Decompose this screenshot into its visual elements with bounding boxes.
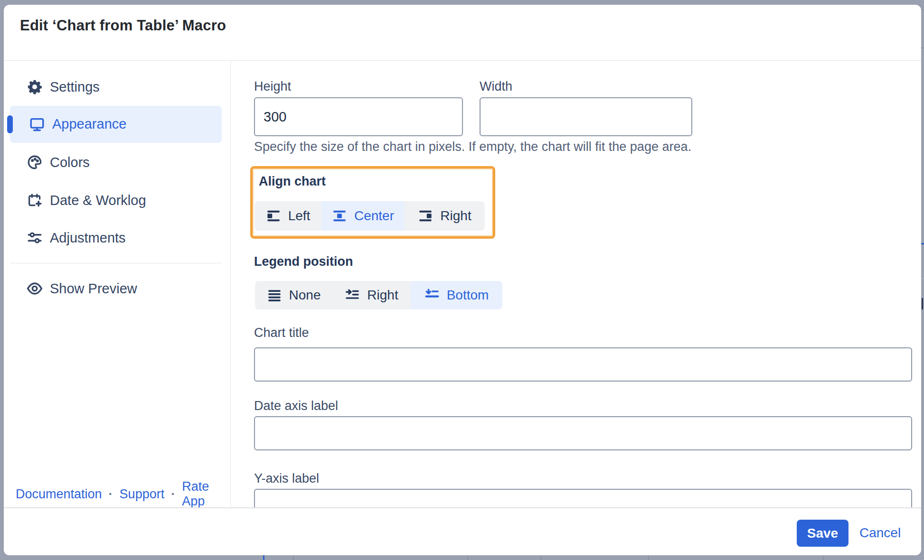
dialog-title: Edit ‘Chart from Table’ Macro <box>20 17 226 34</box>
legend-bottom-label: Bottom <box>447 288 489 303</box>
selected-indicator <box>7 115 13 133</box>
legend-bottom-button[interactable]: Bottom <box>411 281 502 309</box>
sidebar-item-label: Settings <box>50 79 100 95</box>
support-link[interactable]: Support <box>120 487 165 502</box>
legend-position-control: None Right Bottom <box>255 281 502 309</box>
height-label: Height <box>254 79 291 94</box>
align-left-button[interactable]: Left <box>255 201 321 231</box>
cancel-button[interactable]: Cancel <box>859 525 901 541</box>
dialog-footer: Save Cancel <box>4 507 921 555</box>
align-center-button[interactable]: Center <box>321 201 405 231</box>
legend-right-button[interactable]: Right <box>332 281 411 309</box>
documentation-link[interactable]: Documentation <box>16 487 102 502</box>
legend-position-label: Legend position <box>254 254 353 269</box>
backdrop-table-line <box>648 555 649 560</box>
sidebar-item-label: Adjustments <box>50 230 126 246</box>
sidebar-item-label: Appearance <box>52 116 126 132</box>
y-axis-label: Y-axis label <box>254 471 319 486</box>
legend-none-label: None <box>289 288 321 303</box>
backdrop-table-line <box>467 555 468 560</box>
date-axis-input[interactable] <box>254 416 912 450</box>
show-preview-label: Show Preview <box>50 281 137 297</box>
monitor-icon <box>28 116 46 133</box>
sidebar-item-date-worklog[interactable]: Date & Worklog <box>4 187 230 214</box>
align-center-icon <box>332 208 347 224</box>
backdrop-row-line <box>921 278 924 279</box>
align-right-icon <box>418 208 433 224</box>
backdrop-table-line <box>540 555 541 560</box>
sidebar-separator <box>10 263 222 263</box>
chart-title-label: Chart title <box>254 326 309 340</box>
palette-icon <box>26 154 43 171</box>
gear-icon <box>26 78 43 95</box>
save-button[interactable]: Save <box>797 520 849 547</box>
sidebar-item-appearance[interactable]: Appearance <box>10 106 222 143</box>
align-right-button[interactable]: Right <box>405 201 485 231</box>
backdrop-row-line <box>921 243 924 244</box>
legend-right-icon <box>345 288 360 303</box>
align-left-label: Left <box>288 208 311 224</box>
width-input[interactable] <box>480 97 692 136</box>
sidebar-item-adjustments[interactable]: Adjustments <box>4 224 230 251</box>
backdrop-table-line <box>263 555 264 560</box>
legend-none-button[interactable]: None <box>255 281 332 309</box>
rate-app-link[interactable]: Rate App <box>182 479 225 509</box>
calendar-plus-icon <box>26 192 43 209</box>
dot-separator: · <box>171 487 175 502</box>
legend-bottom-icon <box>424 288 440 303</box>
size-helper-text: Specify the size of the chart in pixels.… <box>254 140 691 154</box>
backdrop-row-line <box>921 47 924 48</box>
header-divider <box>4 60 921 61</box>
chart-title-input[interactable] <box>254 347 912 382</box>
backdrop-table-line <box>823 555 824 560</box>
eye-icon <box>26 280 43 297</box>
sidebar-item-settings[interactable]: Settings <box>4 74 230 100</box>
backdrop-row-line <box>921 9 924 10</box>
show-preview-button[interactable]: Show Preview <box>4 275 230 302</box>
sidebar-footer-links: Documentation · Support · Rate App <box>16 479 225 509</box>
legend-none-icon <box>267 288 282 303</box>
sidebar-item-colors[interactable]: Colors <box>4 149 230 176</box>
align-center-label: Center <box>354 208 394 224</box>
date-axis-label: Date axis label <box>254 399 338 413</box>
align-right-label: Right <box>440 208 471 224</box>
sidebar-item-label: Date & Worklog <box>50 193 146 208</box>
sidebar-divider <box>230 61 231 507</box>
backdrop-text-mark <box>922 298 923 309</box>
edit-macro-dialog: Edit ‘Chart from Table’ Macro Settings A… <box>4 5 921 555</box>
align-left-icon <box>266 208 281 224</box>
align-chart-label: Align chart <box>259 174 326 189</box>
height-input[interactable] <box>254 97 463 136</box>
align-chart-control: Left Center Right <box>255 201 485 231</box>
sidebar-item-label: Colors <box>50 155 90 170</box>
width-label: Width <box>480 79 512 94</box>
sliders-icon <box>26 229 43 246</box>
screen: { "dialog": { "title": "Edit ‘Chart from… <box>0 0 924 560</box>
backdrop-table-line <box>293 555 294 560</box>
legend-right-label: Right <box>367 288 398 303</box>
dot-separator: · <box>109 487 113 502</box>
